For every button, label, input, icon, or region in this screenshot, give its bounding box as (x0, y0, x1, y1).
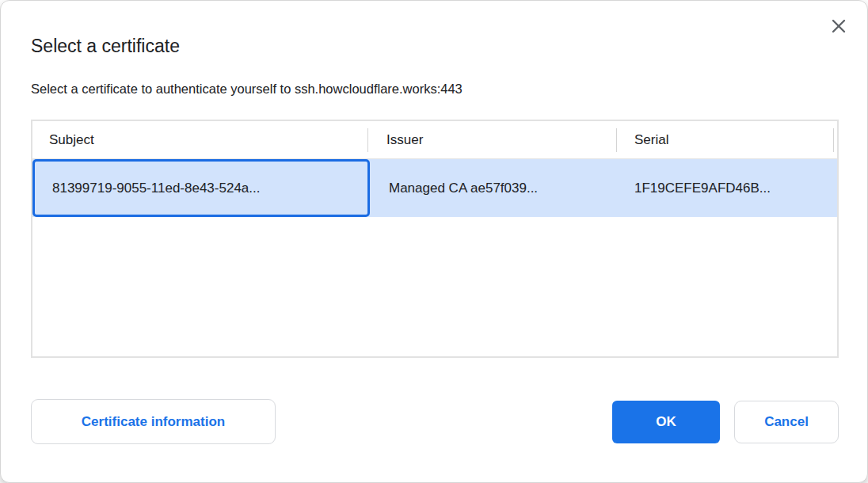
close-button[interactable] (828, 17, 850, 39)
column-header-issuer[interactable]: Issuer (367, 121, 616, 158)
certificate-issuer-cell[interactable]: Managed CA ae57f039... (370, 159, 616, 217)
ok-button[interactable]: OK (612, 401, 720, 443)
certificate-table: Subject Issuer Serial 81399719-9055-11ed… (31, 120, 839, 358)
column-divider (833, 128, 834, 152)
certificate-information-button[interactable]: Certificate information (31, 399, 276, 444)
certificate-row-selected[interactable]: 81399719-9055-11ed-8e43-524a... Managed … (32, 159, 837, 217)
close-icon (830, 17, 847, 38)
column-divider (367, 128, 368, 152)
column-divider (616, 128, 617, 152)
certificate-serial-cell[interactable]: 1F19CEFE9AFD46B... (616, 159, 837, 217)
dialog-title: Select a certificate (31, 36, 180, 57)
certificate-table-header: Subject Issuer Serial (32, 121, 837, 159)
column-header-subject[interactable]: Subject (32, 121, 367, 158)
certificate-subject-cell[interactable]: 81399719-9055-11ed-8e43-524a... (32, 159, 370, 217)
cancel-button[interactable]: Cancel (734, 401, 839, 443)
column-header-serial[interactable]: Serial (616, 121, 837, 158)
dialog-subtitle: Select a certificate to authenticate you… (31, 82, 463, 97)
select-certificate-dialog: Select a certificate Select a certificat… (0, 0, 868, 483)
